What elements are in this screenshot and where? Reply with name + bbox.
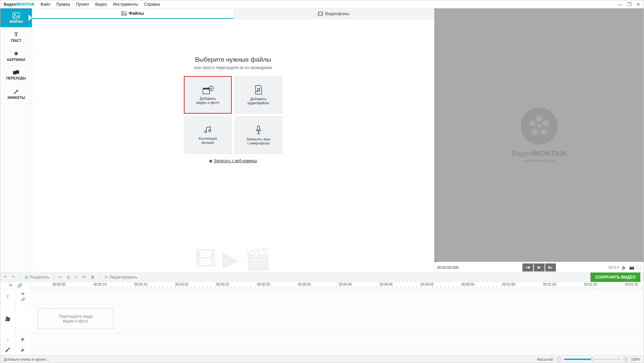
- track-volume-icon[interactable]: 🔈: [21, 337, 25, 341]
- svg-point-23: [541, 129, 547, 135]
- ruler-tick: 00:01:05: [543, 283, 556, 286]
- svg-rect-16: [258, 126, 260, 130]
- svg-point-22: [543, 120, 549, 126]
- ruler-tick: 00:00:50: [421, 283, 434, 286]
- split-button[interactable]: ⊟ Разделить: [25, 275, 49, 280]
- nav-files[interactable]: ФАЙЛЫ: [0, 8, 32, 27]
- svg-point-5: [123, 12, 124, 13]
- menu-bar: ВидеоМОНТАЖ Файл Правка Проект Видео Инс…: [0, 0, 644, 8]
- status-hint: Добавьте клипы в проект...: [4, 357, 49, 361]
- tab-backgrounds[interactable]: Видеофоны: [233, 8, 434, 19]
- save-video-button[interactable]: СОХРАНИТЬ ВИДЕО: [590, 273, 640, 282]
- track-music-icon[interactable]: ♫: [0, 334, 15, 344]
- undo-icon[interactable]: ↶: [4, 275, 7, 280]
- chain-icon[interactable]: 🔗: [21, 297, 25, 302]
- svg-point-20: [537, 124, 541, 128]
- ruler-tick: 00:00:30: [257, 283, 270, 286]
- nav-label: КАРТИНКИ: [7, 58, 25, 62]
- track-text-icon[interactable]: T: [0, 289, 15, 304]
- menu-edit[interactable]: Правка: [56, 2, 70, 7]
- minimize-icon[interactable]: —: [618, 2, 623, 7]
- wand-icon: [13, 89, 19, 95]
- svg-rect-3: [16, 70, 19, 74]
- nav-label: ПЕРЕХОДЫ: [6, 76, 26, 80]
- maximize-icon[interactable]: ❐: [627, 2, 632, 7]
- crop-icon[interactable]: ◻: [75, 275, 78, 280]
- timeline-toolbar: ↶ ↷ ⊟ Разделить ✂ ⧉ ◻ ⟳ 🗑 ✎ Редактироват…: [0, 273, 644, 282]
- redo-icon[interactable]: ↷: [12, 275, 15, 280]
- video-dropzone[interactable]: Перетащите сюда видео и фото: [38, 308, 113, 329]
- microphone-icon: [255, 125, 263, 135]
- add-video-photo-button[interactable]: Добавитьвидео и фото: [184, 76, 232, 114]
- eye-icon[interactable]: 👁: [9, 283, 13, 288]
- nav-transitions[interactable]: ПЕРЕХОДЫ: [0, 66, 32, 85]
- nav-label: ТЕКСТ: [11, 39, 21, 43]
- aspect-ratio-selector[interactable]: 16:9 ▾: [608, 265, 619, 270]
- add-audio-button[interactable]: Добавитьаудиофайлы: [234, 76, 282, 114]
- record-webcam-link[interactable]: ◉ Записать с веб-камеры: [209, 159, 257, 163]
- zoom-slider[interactable]: [564, 359, 621, 360]
- nav-pictures[interactable]: ★ КАРТИНКИ: [0, 47, 32, 66]
- nav-text[interactable]: T ТЕКСТ: [0, 27, 32, 47]
- ruler-tick: 00:01:00: [502, 283, 515, 286]
- prev-frame-button[interactable]: |◀: [522, 263, 533, 271]
- rotate-icon[interactable]: ⟳: [83, 275, 86, 280]
- pencil-icon: ✎: [104, 275, 108, 280]
- cut-icon[interactable]: ✂: [59, 275, 62, 280]
- music-notes-icon: [203, 126, 213, 134]
- ruler-tick: 00:00:35: [298, 283, 311, 286]
- record-mic-button[interactable]: Записать звукс микрофона: [234, 116, 282, 154]
- timecode: 00:00:00.000: [437, 265, 458, 269]
- menu-video[interactable]: Видео: [95, 2, 107, 7]
- ruler-tick: 00:01:15: [625, 283, 638, 286]
- ruler-tick: 00:00:45: [380, 283, 393, 286]
- menu-help[interactable]: Справка: [144, 2, 160, 7]
- files-tab-icon: [121, 11, 127, 16]
- nav-label: ЭФФЕКТЫ: [7, 96, 25, 100]
- ruler-tick: 00:00:20: [175, 283, 188, 286]
- track-volume-icon[interactable]: 🔈: [21, 348, 25, 352]
- menu-file[interactable]: Файл: [41, 2, 51, 7]
- music-collection-button[interactable]: Коллекциямузыки: [184, 116, 232, 154]
- svg-point-25: [529, 120, 535, 126]
- tab-label: Видеофоны: [325, 11, 349, 16]
- track-mic-icon[interactable]: 🎤: [0, 345, 15, 355]
- status-bar: Добавьте клипы в проект... Масштаб: − + …: [0, 355, 644, 363]
- copy-icon[interactable]: ⧉: [67, 275, 70, 280]
- close-icon[interactable]: ✕: [636, 2, 640, 7]
- track-video-icon[interactable]: 🎥: [0, 304, 15, 334]
- svg-point-24: [531, 129, 538, 135]
- menu-tools[interactable]: Инструменты: [113, 2, 138, 7]
- fullscreen-icon[interactable]: ⛶: [637, 265, 641, 270]
- ruler-tick: 00:00:05: [53, 283, 66, 286]
- ruler-tick: 00:00:40: [339, 283, 352, 286]
- nav-label: ФАЙЛЫ: [9, 20, 23, 23]
- link-icon[interactable]: 🔗: [17, 283, 22, 288]
- timeline-ruler[interactable]: 👁 🔗 00:00:0500:00:1000:00:1500:00:2000:0…: [0, 282, 644, 289]
- center-subtitle: или просто перетащите их из проводника: [194, 65, 272, 70]
- ruler-tick: 00:01:10: [584, 283, 597, 286]
- snapshot-icon[interactable]: 📷: [629, 265, 634, 270]
- preview-url: www.video-editor.su: [523, 159, 556, 163]
- tab-files[interactable]: Файлы: [32, 8, 233, 19]
- svg-point-1: [14, 14, 15, 15]
- delete-icon[interactable]: 🗑: [91, 275, 95, 280]
- transitions-icon: [13, 70, 19, 75]
- play-button[interactable]: ▶: [534, 263, 545, 271]
- zoom-label: Масштаб:: [537, 357, 554, 361]
- image-icon: [12, 12, 20, 18]
- source-tabs: Файлы Видеофоны: [32, 8, 434, 19]
- volume-icon[interactable]: 🔈: [622, 265, 627, 270]
- webcam-icon: ◉: [209, 159, 212, 163]
- edit-button[interactable]: ✎ Редактировать: [104, 275, 137, 280]
- zoom-value: 100%: [631, 357, 640, 361]
- next-frame-button[interactable]: ▶|: [545, 263, 556, 271]
- zoom-in-button[interactable]: +: [624, 357, 628, 362]
- nav-effects[interactable]: ЭФФЕКТЫ: [0, 85, 32, 104]
- track-video: 🎥 Перетащите сюда видео и фото: [0, 304, 644, 334]
- zoom-out-button[interactable]: −: [557, 357, 561, 362]
- center-title: Выберите нужные файлы: [195, 56, 271, 63]
- menu-project[interactable]: Проект: [76, 2, 89, 7]
- svg-rect-8: [203, 89, 210, 94]
- visibility-icon[interactable]: 👁: [21, 292, 25, 296]
